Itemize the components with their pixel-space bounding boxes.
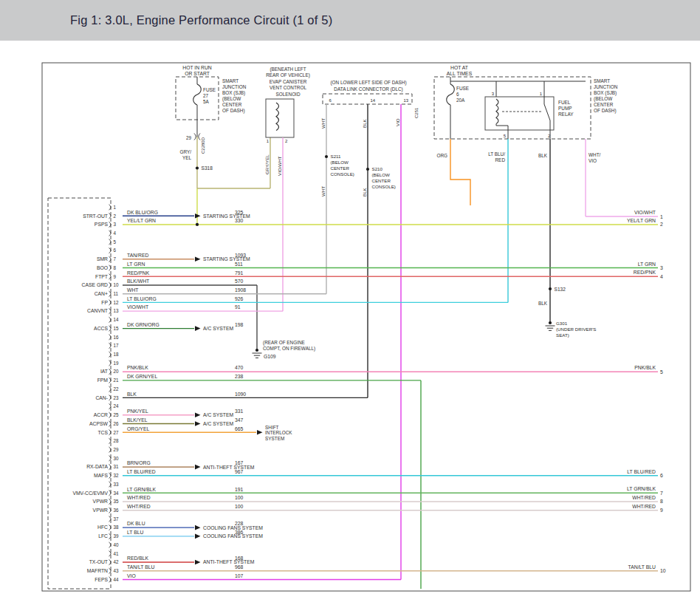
dlc-box [323, 94, 412, 104]
wire-color-label: PNK/BLK [634, 365, 656, 370]
wire-color-label: DK BLU [127, 521, 145, 526]
pin-number: 3 [492, 92, 495, 96]
pin-number: 37 [114, 516, 120, 522]
wire-color-label: GRY/ [179, 149, 191, 154]
ground-label: COMPT, ON FIREWALL) [263, 346, 315, 352]
circuit-number: 968 [235, 564, 244, 570]
wiring-diagram: HOT IN RUNOR STARTFUSE275ASMARTJUNCTIONB… [0, 0, 700, 608]
wire-color-label: TAN/LT BLU [628, 564, 656, 570]
pin-number: 14 [371, 98, 376, 103]
wire-color-label: BLK/WHT [127, 279, 149, 284]
pin-signal-label: LFC [98, 533, 108, 539]
circuit-number: 665 [235, 426, 244, 431]
sjb-label: CENTER [222, 102, 242, 107]
pin-signal-label: RX-DATA [86, 464, 108, 469]
pin-number: 33 [114, 482, 120, 487]
solenoid-box [266, 99, 294, 137]
wire-color-label: WHT/RED [127, 495, 151, 500]
pin-signal-label: CAN- [95, 395, 108, 400]
wire-color-label: LT BLU [127, 530, 144, 535]
pin-number: 7 [114, 256, 117, 262]
wire-color-label: DK BLU/ORG [127, 210, 158, 215]
sjb-label: CENTER [594, 102, 614, 107]
coil-icon [276, 103, 279, 131]
pin-signal-label: FP [101, 300, 108, 305]
wire-color-label: LT GRN [638, 262, 656, 267]
fuse-label: 27 [203, 93, 209, 98]
sjb-fuel-pump-relay: HOT ATALL TIMESFUSE620A3152FUELPUMPRELAY… [434, 65, 658, 338]
pin-number: 11 [114, 291, 119, 296]
wire-color-label: VIO/WHT [127, 304, 148, 310]
pin-signal-label: PSPS [95, 222, 109, 227]
sjb-label: OF DASH) [594, 108, 617, 114]
sjb-label: BOX (SJB) [222, 90, 245, 96]
component-caption: EVAP CANISTER [270, 79, 307, 84]
edge-pin-number: 8 [660, 499, 663, 504]
ground-label: (UNDER DRIVER'S [556, 327, 596, 332]
pin-signal-label: FTPT [95, 274, 108, 279]
pin-number: 22 [114, 386, 120, 392]
fuse-icon [447, 84, 455, 105]
pin-signal-label: STRT-OUT [83, 214, 108, 219]
wire-color-label: WHT/RED [632, 495, 656, 500]
destination-label: STARTING SYSTEM [203, 256, 250, 262]
fuse-icon [193, 84, 202, 105]
fuse-label: FUSE [456, 86, 469, 91]
pin-number: 29 [114, 447, 120, 452]
ground-label: (REAR OF ENGINE [263, 340, 305, 346]
component-caption: REAR OF VEHICLE) [266, 72, 310, 78]
arrowhead [195, 534, 201, 539]
wire-color-label: YEL/LT GRN [127, 218, 156, 223]
sjb-label: BOX (SJB) [594, 90, 617, 96]
ground-label: G109 [264, 354, 276, 359]
wire-color-label: DK GRN/YEL [127, 374, 157, 379]
label: HOT IN RUN [182, 65, 212, 70]
connector-id: C2280D [201, 137, 205, 154]
pin-number: 1 [114, 205, 117, 210]
circuit-number: 100 [235, 504, 244, 509]
wire-color-label: BLK/YEL [127, 417, 148, 423]
pin-number: 41 [114, 551, 120, 556]
wire-color-label: RED [495, 157, 506, 163]
wire-color-label: WHT [127, 287, 138, 293]
splice-label: CENTER [372, 178, 391, 183]
pin-number: 3 [114, 222, 117, 227]
pin-signal-label: CASE GRD [81, 282, 108, 287]
circuit-number: 107 [235, 573, 244, 578]
wire-segment [544, 104, 550, 120]
connector-id: C251 [414, 107, 419, 118]
sjb-label: JUNCTION [222, 84, 247, 89]
wire-color-label: BLK [362, 187, 367, 197]
pin-signal-label: BOO [97, 265, 108, 270]
circuit-number: 198 [235, 322, 244, 327]
wire-color-label: VIO/WHT [634, 210, 656, 215]
wire-color-label: PNK/YEL [127, 409, 148, 414]
wire-color-label: RED/PNK [127, 270, 150, 276]
pin-number: 13 [114, 308, 120, 313]
relay-label: FUEL [558, 100, 571, 105]
destination-label: INTERLOCK [265, 430, 292, 435]
pin-number: 1 [267, 139, 270, 143]
circuit-number: 330 [235, 218, 244, 223]
pin-number: 12 [114, 300, 120, 305]
circuit-number: 791 [235, 270, 244, 276]
arrowhead [195, 525, 201, 530]
circuit-number: 100 [235, 495, 244, 500]
pin-number: 43 [114, 568, 120, 573]
component-caption: (ON LOWER LEFT SIDE OF DASH) [330, 80, 406, 86]
pin-signal-label: CANVNT [87, 308, 108, 313]
wire-color-label: YEL [182, 155, 192, 160]
edge-pin-number: 7 [660, 491, 663, 496]
circuit-number: 1908 [235, 287, 246, 293]
pin-number: 4 [114, 230, 117, 236]
pin-signal-label: TX-OUT [89, 559, 108, 564]
pin-number: 27 [114, 430, 120, 435]
pin-signal-label: VPWR [93, 499, 108, 504]
junction-dot [549, 321, 552, 324]
wire-color-label: PNK/BLK [127, 365, 148, 370]
fuse-27-block: HOT IN RUNOR STARTFUSE275ASMARTJUNCTIONB… [176, 65, 270, 225]
arrowhead [195, 465, 201, 470]
pin-signal-label: FPM [97, 378, 109, 383]
pin-signal-label: ACCR [94, 412, 108, 417]
data-link-connector: (ON LOWER LEFT SIDE OF DASH)DATA LINK CO… [320, 80, 419, 579]
